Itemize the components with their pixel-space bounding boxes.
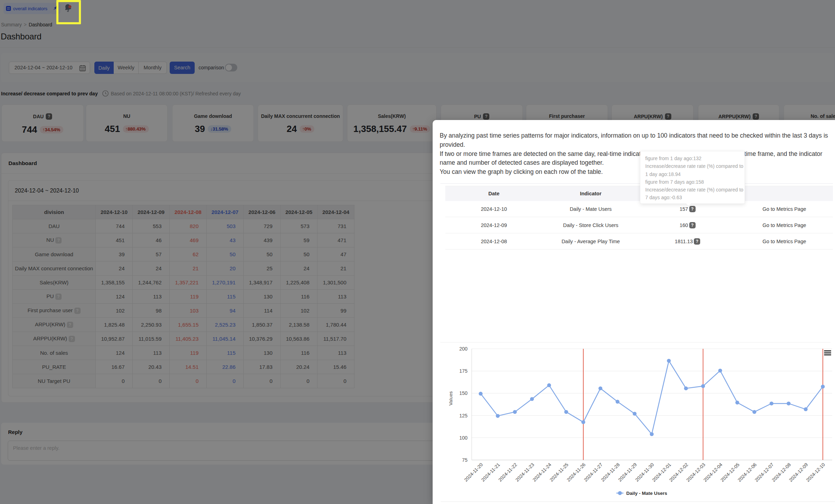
svg-text:Daily - Mate Users: Daily - Mate Users bbox=[626, 491, 667, 496]
svg-text:200: 200 bbox=[459, 346, 468, 352]
svg-text:100: 100 bbox=[459, 435, 468, 441]
svg-text:175: 175 bbox=[459, 368, 468, 374]
svg-text:150: 150 bbox=[459, 390, 468, 396]
svg-text:75: 75 bbox=[462, 457, 467, 463]
svg-text:Values: Values bbox=[448, 391, 453, 406]
svg-text:125: 125 bbox=[459, 413, 468, 418]
